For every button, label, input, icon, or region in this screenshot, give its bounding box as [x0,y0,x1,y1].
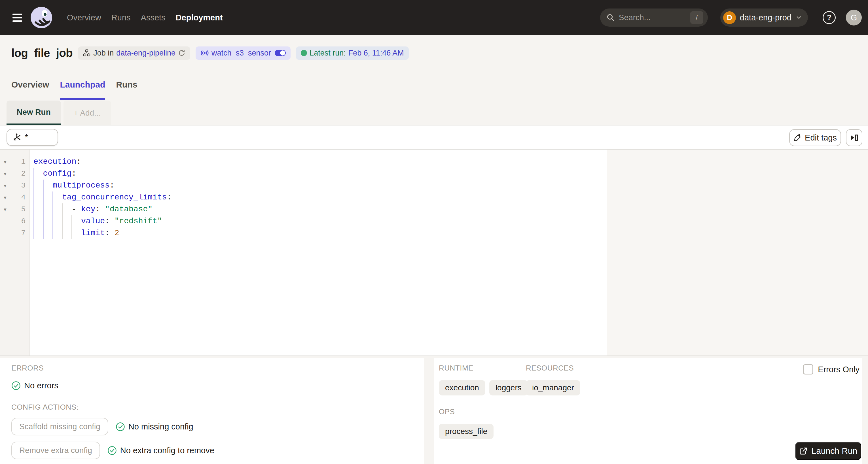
errors-heading: ERRORS [11,364,424,372]
primary-nav: Overview Runs Assets Deployment [67,13,223,22]
op-chip-process-file[interactable]: process_file [439,424,494,439]
config-tab-add[interactable]: + Add... [63,101,111,125]
deployment-avatar: D [723,11,736,24]
job-graph-icon [83,49,91,57]
launchpad-config-tabs: New Run + Add... [6,101,111,125]
launchpad-toolbar: * Edit tags [0,125,868,150]
nav-item-assets[interactable]: Assets [141,13,165,22]
op-selector-input[interactable]: * [6,129,58,146]
op-selector-value: * [25,132,28,143]
tab-runs[interactable]: Runs [116,71,137,100]
deployment-name: data-eng-prod [740,13,792,22]
sensor-link[interactable]: watch_s3_sensor [212,49,271,58]
search-input[interactable] [619,13,684,22]
no-missing-config-text: No missing config [128,422,193,431]
search-shortcut-badge: / [690,11,703,24]
tab-overview[interactable]: Overview [11,71,49,100]
chevron-down-icon [796,14,802,21]
editor-gutter[interactable]: ▾1▾2▾3▾4▾567 [0,150,29,356]
no-extra-config-text: No extra config to remove [120,446,214,455]
config-actions-heading: CONFIG ACTIONS: [11,403,424,411]
search-icon [606,13,615,22]
code-lines[interactable]: execution: config: multiprocess: tag_con… [30,150,607,356]
runtime-chip-loggers[interactable]: loggers [489,380,528,395]
search-box[interactable]: / [600,8,708,27]
job-header: log_file_job Job in data-eng-pipeline wa… [0,35,868,71]
latest-run-tag: Latest run: Feb 6, 11:46 AM [296,46,409,60]
pencil-icon [794,134,801,142]
toggle-knob [280,51,285,56]
hamburger-menu-icon[interactable] [12,12,22,23]
runtime-chip-execution[interactable]: execution [439,380,485,395]
dagster-logo-icon [30,6,53,29]
launch-run-button[interactable]: Launch Run [795,442,861,460]
ops-heading: OPS [439,407,862,416]
errors-panel: ERRORS No errors CONFIG ACTIONS: Scaffol… [0,358,424,464]
nav-item-runs[interactable]: Runs [112,13,131,22]
launchpad-page: Overview Runs Assets Deployment / D data… [0,0,868,464]
op-graph-icon [11,133,21,142]
nav-item-deployment[interactable]: Deployment [176,13,223,22]
edit-tags-label: Edit tags [805,133,837,142]
check-circle-icon [107,446,117,455]
launch-icon [799,447,808,455]
user-avatar[interactable]: G [846,10,862,26]
remove-extra-config-button[interactable]: Remove extra config [11,442,100,459]
open-panel-button[interactable] [846,129,862,146]
repo-link[interactable]: data-eng-pipeline [116,49,176,58]
help-icon[interactable]: ? [823,11,836,24]
config-tab-new-run[interactable]: New Run [6,101,61,125]
preview-panel [607,150,868,356]
refresh-icon[interactable] [178,49,185,57]
latest-run-link[interactable]: Feb 6, 11:46 AM [348,49,404,58]
split-panel-icon [850,133,858,142]
check-circle-icon [11,381,21,390]
no-errors-text: No errors [24,381,58,390]
sensor-toggle[interactable] [275,50,286,56]
config-editor: ▾1▾2▾3▾4▾567 execution: config: multipro… [0,150,868,356]
tab-launchpad[interactable]: Launchpad [60,71,105,100]
top-navbar: Overview Runs Assets Deployment / D data… [0,0,868,35]
latest-run-label: Latest run: [310,49,346,58]
job-location-tag: Job in data-eng-pipeline [78,46,190,60]
errors-only-control[interactable]: Errors Only [803,364,860,374]
deployment-switcher[interactable]: D data-eng-prod [720,8,808,27]
no-missing-config-status: No missing config [116,422,193,431]
job-tag-prefix: Job in [93,49,114,58]
edit-tags-button[interactable]: Edit tags [789,129,841,146]
page-title: log_file_job [11,47,72,60]
no-extra-config-status: No extra config to remove [107,446,214,455]
check-circle-icon [116,422,125,431]
help-glyph: ? [827,13,832,22]
navbar-right: / D data-eng-prod ? G [600,8,862,27]
runtime-heading: RUNTIME [439,364,526,372]
sensor-tag: watch_s3_sensor [195,46,290,60]
remove-action-row: Remove extra config No extra config to r… [11,442,424,459]
job-tabs: Overview Launchpad Runs [0,71,868,100]
errors-only-label: Errors Only [818,365,860,374]
nav-item-overview[interactable]: Overview [67,13,101,22]
resource-chip-io-manager[interactable]: io_manager [526,380,580,395]
scaffold-missing-config-button[interactable]: Scaffold missing config [11,418,108,435]
run-status-dot [301,50,307,56]
scaffold-action-row: Scaffold missing config No missing confi… [11,418,424,435]
launch-run-label: Launch Run [812,446,858,456]
no-errors-status: No errors [11,381,424,390]
run-preview-panel: RUNTIME execution loggers RESOURCES io_m… [434,358,862,464]
sensor-icon [200,49,209,57]
errors-only-checkbox[interactable] [803,364,813,374]
resources-heading: RESOURCES [526,364,580,372]
